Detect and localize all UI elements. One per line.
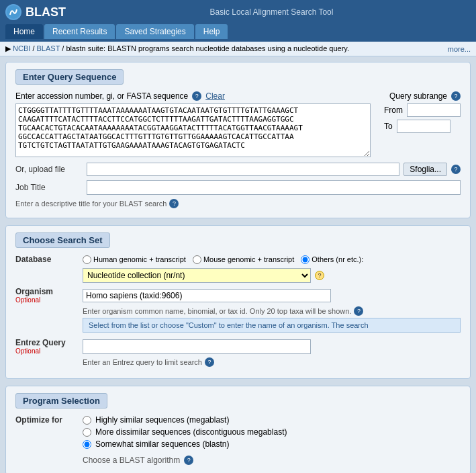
main-content: Enter Query Sequence Enter accession num…	[0, 56, 476, 473]
program-section: Program Selection Optimize for Highly si…	[5, 386, 471, 473]
breadcrumb-more[interactable]: more...	[448, 45, 471, 53]
radio-human-input[interactable]	[83, 255, 91, 264]
db-help-icon[interactable]: ?	[315, 271, 324, 280]
browse-button[interactable]: Sfoglia...	[403, 163, 447, 176]
blast-logo: BLAST	[5, 4, 66, 20]
upload-row: Or, upload file Sfoglia... ?	[15, 163, 461, 176]
database-radio-group: Human genomic + transcript Mouse genomic…	[83, 255, 363, 264]
blast-title: BLAST	[26, 5, 66, 19]
radio-mouse-input[interactable]	[193, 255, 201, 264]
choose-algo-label: Choose a BLAST algorithm	[83, 456, 180, 465]
upload-help-icon[interactable]: ?	[451, 165, 461, 174]
header: BLAST Basic Local Alignment Search Tool	[0, 0, 476, 24]
organism-input[interactable]	[83, 289, 331, 302]
radio-others[interactable]: Others (nr etc.):	[301, 255, 363, 264]
clear-link[interactable]: Clear	[205, 91, 225, 101]
subrange-help-icon[interactable]: ?	[451, 91, 461, 101]
radio-others-input[interactable]	[301, 255, 310, 264]
query-section-title: Enter Query Sequence	[15, 69, 124, 85]
to-row: To	[384, 120, 461, 133]
radio-dc-megablast-label: More dissimilar sequences (discontiguous…	[95, 427, 287, 437]
radio-mouse[interactable]: Mouse genomic + transcript	[193, 255, 294, 264]
entrez-row: Entrez Query Optional	[15, 338, 461, 355]
query-label-row: Enter accession number, gi, or FASTA seq…	[15, 91, 461, 101]
organism-info-box: Select from the list or choose "Custom" …	[83, 318, 461, 333]
optimize-options: Highly similar sequences (megablast) Mor…	[83, 415, 287, 452]
query-section: Enter Query Sequence Enter accession num…	[5, 62, 471, 218]
from-input[interactable]	[407, 103, 461, 117]
radio-dc-megablast[interactable]: More dissimilar sequences (discontiguous…	[83, 427, 287, 437]
program-section-title: Program Selection	[15, 393, 107, 408]
entrez-label-group: Entrez Query Optional	[15, 338, 83, 355]
entrez-hint: Enter an Entrez query to limit search	[83, 358, 202, 366]
organism-optional-label: Optional	[15, 296, 83, 304]
organism-hint: Enter organism common name, binomial, or…	[83, 307, 351, 315]
organism-info-text: Select from the list or choose "Custom" …	[89, 321, 369, 329]
nav-bar: Home Recent Results Saved Strategies Hel…	[0, 24, 476, 42]
radio-human-label: Human genomic + transcript	[93, 255, 186, 263]
sequence-input[interactable]: CTGGGGTTATTTTGTTTTAAATAAAAAAATAAGTGTACAA…	[15, 103, 371, 157]
breadcrumb-arrow: ▶	[5, 44, 11, 52]
breadcrumb: ▶ NCBI / BLAST / blastn suite: BLASTN pr…	[0, 42, 476, 56]
jobtitle-input[interactable]	[87, 180, 461, 195]
organism-label-group: Organism Optional	[15, 287, 83, 304]
from-label: From	[384, 105, 403, 115]
optimize-section: Optimize for Highly similar sequences (m…	[15, 415, 461, 452]
entrez-main-label: Entrez Query	[15, 338, 66, 347]
database-label: Database	[15, 255, 83, 264]
radio-dc-megablast-input[interactable]	[83, 428, 91, 437]
choose-algo-row: Choose a BLAST algorithm ?	[83, 456, 461, 465]
to-label: To	[384, 122, 393, 131]
radio-megablast[interactable]: Highly similar sequences (megablast)	[83, 415, 287, 425]
breadcrumb-blast[interactable]: BLAST	[37, 44, 60, 52]
radio-blastn-input[interactable]	[83, 440, 91, 449]
entrez-hint-row: Enter an Entrez query to limit search ?	[83, 357, 461, 367]
upload-label: Or, upload file	[15, 165, 83, 174]
search-set-section: Choose Search Set Database Human genomic…	[5, 225, 471, 379]
search-set-title: Choose Search Set	[15, 232, 110, 248]
radio-human[interactable]: Human genomic + transcript	[83, 255, 186, 264]
subrange-label: Query subrange	[389, 91, 447, 101]
organism-row: Organism Optional	[15, 287, 461, 304]
radio-others-label: Others (nr etc.):	[312, 255, 363, 263]
db-select[interactable]: Nucleotide collection (nr/nt) RefSeq RNA…	[83, 268, 311, 283]
breadcrumb-ncbi[interactable]: NCBI	[13, 44, 30, 52]
radio-mouse-label: Mouse genomic + transcript	[203, 255, 294, 263]
organism-main-label: Organism	[15, 287, 53, 296]
hint-help-icon[interactable]: ?	[169, 199, 179, 208]
blast-logo-icon	[5, 4, 21, 20]
accession-help-icon[interactable]: ?	[192, 91, 201, 101]
from-row: From	[384, 103, 461, 117]
accession-label: Enter accession number, gi, or FASTA seq…	[15, 91, 188, 101]
radio-blastn[interactable]: Somewhat similar sequences (blastn)	[83, 439, 287, 449]
entrez-help-icon[interactable]: ?	[205, 357, 214, 367]
jobtitle-row: Job Title	[15, 180, 461, 195]
organism-help-icon[interactable]: ?	[354, 306, 363, 316]
radio-megablast-input[interactable]	[83, 416, 91, 425]
radio-megablast-label: Highly similar sequences (megablast)	[95, 415, 229, 425]
upload-input[interactable]	[87, 163, 399, 176]
jobtitle-label: Job Title	[15, 183, 83, 192]
jobtitle-hint: Enter a descriptive title for your BLAST…	[15, 199, 461, 208]
db-select-row: Nucleotide collection (nr/nt) RefSeq RNA…	[83, 268, 461, 283]
nav-recent-results[interactable]: Recent Results	[44, 24, 115, 39]
entrez-optional-label: Optional	[15, 347, 83, 355]
radio-blastn-label: Somewhat similar sequences (blastn)	[95, 439, 229, 449]
breadcrumb-description: blastn suite: BLASTN programs search nuc…	[66, 44, 349, 52]
choose-algo-help-icon[interactable]: ?	[184, 456, 193, 465]
header-tagline: Basic Local Alignment Search Tool	[73, 7, 471, 17]
hint-text-label: Enter a descriptive title for your BLAST…	[15, 200, 166, 208]
nav-home[interactable]: Home	[5, 24, 43, 39]
subrange-inputs: From To	[384, 103, 461, 133]
nav-help[interactable]: Help	[195, 24, 228, 39]
to-input[interactable]	[397, 120, 450, 133]
optimize-for-label: Optimize for	[15, 415, 83, 452]
database-row: Database Human genomic + transcript Mous…	[15, 255, 461, 264]
organism-hint-row: Enter organism common name, binomial, or…	[83, 306, 461, 316]
nav-saved-strategies[interactable]: Saved Strategies	[116, 24, 193, 39]
entrez-input[interactable]	[83, 339, 311, 354]
